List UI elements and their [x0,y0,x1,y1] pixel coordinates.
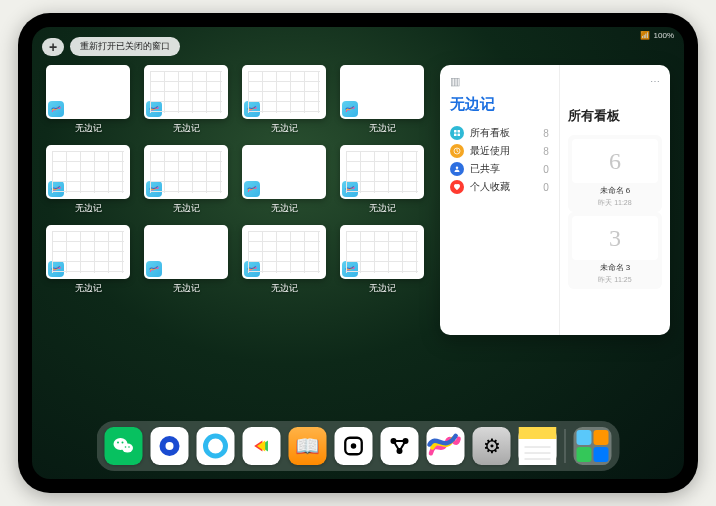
window-label: 无边记 [271,122,298,135]
dock-connect-icon[interactable] [381,427,419,465]
board-preview: 3 [572,216,658,260]
filter-count: 8 [543,128,549,139]
svg-point-11 [128,446,130,448]
wifi-icon: 📶 [640,31,650,40]
freeform-app-icon [244,261,260,277]
window-thumbnail[interactable]: 无边记 [144,225,228,295]
dock-settings-icon[interactable]: ⚙︎ [473,427,511,465]
clock-icon [450,144,464,158]
dock-recents-folder[interactable] [574,427,612,465]
window-preview [340,225,424,279]
window-thumbnail[interactable]: 无边记 [144,65,228,135]
board-card[interactable]: 3未命名 3昨天 11:25 [568,212,662,289]
window-thumbnail[interactable]: 无边记 [46,145,130,215]
popup-sidebar: ▥ 无边记 所有看板8最近使用8已共享0个人收藏0 [440,65,559,335]
board-preview: 6 [572,139,658,183]
freeform-app-icon [146,261,162,277]
svg-point-7 [122,444,133,453]
screen: 📶 100% + 重新打开已关闭的窗口 无边记无边记无边记无边记无边记无边记无边… [32,27,684,479]
svg-point-8 [117,442,119,444]
window-thumbnail[interactable]: 无边记 [242,65,326,135]
dock-qq-browser-icon[interactable] [197,427,235,465]
window-label: 无边记 [369,202,396,215]
popup-app-title: 无边记 [450,95,549,114]
window-label: 无边记 [271,282,298,295]
svg-rect-21 [519,439,557,465]
window-label: 无边记 [75,122,102,135]
filter-count: 0 [543,182,549,193]
dock-dice-icon[interactable] [335,427,373,465]
svg-rect-0 [454,130,457,133]
freeform-app-icon [146,181,162,197]
dock-books-icon[interactable]: 📖 [289,427,327,465]
svg-rect-1 [458,130,461,133]
svg-point-14 [206,436,226,456]
window-thumbnail[interactable]: 无边记 [242,145,326,215]
window-preview [46,65,130,119]
board-name: 未命名 6 [600,185,631,196]
freeform-app-icon [48,261,64,277]
svg-point-16 [351,443,357,449]
window-label: 无边记 [173,202,200,215]
window-label: 无边记 [271,202,298,215]
window-label: 无边记 [369,122,396,135]
window-thumbnail[interactable]: 无边记 [144,145,228,215]
board-date: 昨天 11:25 [598,275,631,285]
window-thumbnail[interactable]: 无边记 [242,225,326,295]
filter-count: 8 [543,146,549,157]
window-label: 无边记 [75,282,102,295]
board-card[interactable]: 6未命名 6昨天 11:28 [568,135,662,212]
window-grid: 无边记无边记无边记无边记无边记无边记无边记无边记无边记无边记无边记无边记 [46,65,424,417]
window-preview [144,145,228,199]
dock-freeform-icon[interactable] [427,427,465,465]
window-thumbnail[interactable]: 无边记 [46,65,130,135]
dock-play-icon[interactable] [243,427,281,465]
person-icon [450,162,464,176]
filter-clock[interactable]: 最近使用8 [450,142,549,160]
window-preview [144,65,228,119]
window-label: 无边记 [173,282,200,295]
more-icon[interactable]: ⋯ [650,76,662,87]
window-thumbnail[interactable]: 无边记 [46,225,130,295]
board-date: 昨天 11:28 [598,198,631,208]
filter-label: 已共享 [470,162,537,176]
window-preview [46,225,130,279]
window-label: 无边记 [75,202,102,215]
grid-icon [450,126,464,140]
freeform-app-icon [342,261,358,277]
plus-button[interactable]: + [42,38,64,56]
window-preview [144,225,228,279]
svg-rect-20 [519,427,557,439]
svg-point-5 [456,167,459,170]
freeform-app-icon [48,181,64,197]
svg-rect-2 [454,134,457,137]
content-area: 无边记无边记无边记无边记无边记无边记无边记无边记无边记无边记无边记无边记 ▥ 无… [32,65,684,417]
dock-wechat-icon[interactable] [105,427,143,465]
dock-notes-icon[interactable] [519,427,557,465]
reopen-closed-window-button[interactable]: 重新打开已关闭的窗口 [70,37,180,56]
svg-point-9 [122,442,124,444]
window-label: 无边记 [369,282,396,295]
filter-grid[interactable]: 所有看板8 [450,124,549,142]
sidebar-toggle-icon[interactable]: ▥ [450,75,460,88]
filter-person[interactable]: 已共享0 [450,160,549,178]
status-bar: 📶 100% [640,31,674,40]
svg-point-13 [166,442,174,450]
window-preview [340,145,424,199]
window-thumbnail[interactable]: 无边记 [340,65,424,135]
filter-count: 0 [543,164,549,175]
filter-heart[interactable]: 个人收藏0 [450,178,549,196]
dock-tencent-video-icon[interactable] [151,427,189,465]
freeform-app-icon [48,101,64,117]
popup-board-title: 所有看板 [568,107,662,125]
ipad-frame: 📶 100% + 重新打开已关闭的窗口 无边记无边记无边记无边记无边记无边记无边… [18,13,698,493]
window-thumbnail[interactable]: 无边记 [340,145,424,215]
dock: 📖⚙︎ [97,421,620,471]
filter-label: 所有看板 [470,126,537,140]
window-preview [46,145,130,199]
window-label: 无边记 [173,122,200,135]
freeform-app-icon [342,101,358,117]
dock-separator [565,429,566,463]
freeform-popup: ▥ 无边记 所有看板8最近使用8已共享0个人收藏0 ⋯ 所有看板 6未命名 6昨… [440,65,670,335]
window-thumbnail[interactable]: 无边记 [340,225,424,295]
